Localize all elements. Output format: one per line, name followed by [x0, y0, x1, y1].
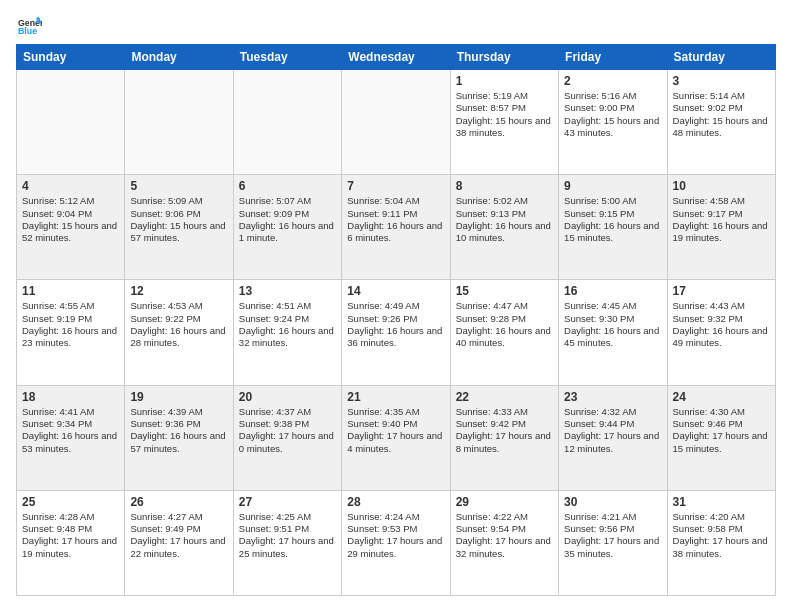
day-info: Sunrise: 4:39 AM Sunset: 9:36 PM Dayligh… [130, 406, 227, 455]
day-info: Sunrise: 5:16 AM Sunset: 9:00 PM Dayligh… [564, 90, 661, 139]
day-info: Sunrise: 5:09 AM Sunset: 9:06 PM Dayligh… [130, 195, 227, 244]
calendar-cell: 29Sunrise: 4:22 AM Sunset: 9:54 PM Dayli… [450, 490, 558, 595]
day-number: 1 [456, 74, 553, 88]
calendar-cell: 3Sunrise: 5:14 AM Sunset: 9:02 PM Daylig… [667, 70, 775, 175]
day-info: Sunrise: 4:32 AM Sunset: 9:44 PM Dayligh… [564, 406, 661, 455]
day-number: 6 [239, 179, 336, 193]
day-info: Sunrise: 4:33 AM Sunset: 9:42 PM Dayligh… [456, 406, 553, 455]
week-row-1: 1Sunrise: 5:19 AM Sunset: 8:57 PM Daylig… [17, 70, 776, 175]
calendar-cell: 19Sunrise: 4:39 AM Sunset: 9:36 PM Dayli… [125, 385, 233, 490]
calendar-cell [342, 70, 450, 175]
day-info: Sunrise: 4:25 AM Sunset: 9:51 PM Dayligh… [239, 511, 336, 560]
weekday-header-sunday: Sunday [17, 45, 125, 70]
day-number: 18 [22, 390, 119, 404]
day-info: Sunrise: 4:37 AM Sunset: 9:38 PM Dayligh… [239, 406, 336, 455]
day-number: 27 [239, 495, 336, 509]
calendar-cell: 11Sunrise: 4:55 AM Sunset: 9:19 PM Dayli… [17, 280, 125, 385]
svg-text:Blue: Blue [18, 26, 37, 36]
day-info: Sunrise: 4:41 AM Sunset: 9:34 PM Dayligh… [22, 406, 119, 455]
day-info: Sunrise: 4:51 AM Sunset: 9:24 PM Dayligh… [239, 300, 336, 349]
header: General Blue [16, 16, 776, 36]
day-info: Sunrise: 5:14 AM Sunset: 9:02 PM Dayligh… [673, 90, 770, 139]
calendar-cell: 15Sunrise: 4:47 AM Sunset: 9:28 PM Dayli… [450, 280, 558, 385]
calendar-cell: 17Sunrise: 4:43 AM Sunset: 9:32 PM Dayli… [667, 280, 775, 385]
calendar-cell: 26Sunrise: 4:27 AM Sunset: 9:49 PM Dayli… [125, 490, 233, 595]
calendar-cell: 25Sunrise: 4:28 AM Sunset: 9:48 PM Dayli… [17, 490, 125, 595]
day-number: 2 [564, 74, 661, 88]
calendar-cell: 7Sunrise: 5:04 AM Sunset: 9:11 PM Daylig… [342, 175, 450, 280]
day-info: Sunrise: 4:30 AM Sunset: 9:46 PM Dayligh… [673, 406, 770, 455]
calendar-cell [17, 70, 125, 175]
day-info: Sunrise: 4:35 AM Sunset: 9:40 PM Dayligh… [347, 406, 444, 455]
day-number: 11 [22, 284, 119, 298]
day-number: 29 [456, 495, 553, 509]
calendar-table: SundayMondayTuesdayWednesdayThursdayFrid… [16, 44, 776, 596]
weekday-header-friday: Friday [559, 45, 667, 70]
day-info: Sunrise: 4:21 AM Sunset: 9:56 PM Dayligh… [564, 511, 661, 560]
day-number: 25 [22, 495, 119, 509]
day-info: Sunrise: 4:24 AM Sunset: 9:53 PM Dayligh… [347, 511, 444, 560]
week-row-2: 4Sunrise: 5:12 AM Sunset: 9:04 PM Daylig… [17, 175, 776, 280]
day-info: Sunrise: 5:12 AM Sunset: 9:04 PM Dayligh… [22, 195, 119, 244]
calendar-cell: 8Sunrise: 5:02 AM Sunset: 9:13 PM Daylig… [450, 175, 558, 280]
day-number: 31 [673, 495, 770, 509]
calendar-cell: 12Sunrise: 4:53 AM Sunset: 9:22 PM Dayli… [125, 280, 233, 385]
day-number: 13 [239, 284, 336, 298]
day-info: Sunrise: 4:47 AM Sunset: 9:28 PM Dayligh… [456, 300, 553, 349]
week-row-5: 25Sunrise: 4:28 AM Sunset: 9:48 PM Dayli… [17, 490, 776, 595]
calendar-cell: 1Sunrise: 5:19 AM Sunset: 8:57 PM Daylig… [450, 70, 558, 175]
weekday-header-row: SundayMondayTuesdayWednesdayThursdayFrid… [17, 45, 776, 70]
day-number: 7 [347, 179, 444, 193]
day-number: 8 [456, 179, 553, 193]
day-number: 16 [564, 284, 661, 298]
calendar-cell: 30Sunrise: 4:21 AM Sunset: 9:56 PM Dayli… [559, 490, 667, 595]
logo-icon: General Blue [18, 16, 42, 36]
calendar-cell [233, 70, 341, 175]
weekday-header-monday: Monday [125, 45, 233, 70]
day-info: Sunrise: 4:53 AM Sunset: 9:22 PM Dayligh… [130, 300, 227, 349]
calendar-cell: 18Sunrise: 4:41 AM Sunset: 9:34 PM Dayli… [17, 385, 125, 490]
day-number: 23 [564, 390, 661, 404]
calendar-cell [125, 70, 233, 175]
page: General Blue SundayMondayTuesdayWednesda… [0, 0, 792, 612]
calendar-cell: 24Sunrise: 4:30 AM Sunset: 9:46 PM Dayli… [667, 385, 775, 490]
day-info: Sunrise: 4:27 AM Sunset: 9:49 PM Dayligh… [130, 511, 227, 560]
calendar-cell: 27Sunrise: 4:25 AM Sunset: 9:51 PM Dayli… [233, 490, 341, 595]
calendar-cell: 4Sunrise: 5:12 AM Sunset: 9:04 PM Daylig… [17, 175, 125, 280]
day-number: 22 [456, 390, 553, 404]
logo: General Blue [16, 16, 46, 36]
day-number: 14 [347, 284, 444, 298]
day-info: Sunrise: 4:28 AM Sunset: 9:48 PM Dayligh… [22, 511, 119, 560]
day-number: 3 [673, 74, 770, 88]
weekday-header-thursday: Thursday [450, 45, 558, 70]
weekday-header-tuesday: Tuesday [233, 45, 341, 70]
calendar-cell: 9Sunrise: 5:00 AM Sunset: 9:15 PM Daylig… [559, 175, 667, 280]
weekday-header-saturday: Saturday [667, 45, 775, 70]
day-info: Sunrise: 5:19 AM Sunset: 8:57 PM Dayligh… [456, 90, 553, 139]
weekday-header-wednesday: Wednesday [342, 45, 450, 70]
calendar-cell: 2Sunrise: 5:16 AM Sunset: 9:00 PM Daylig… [559, 70, 667, 175]
day-number: 20 [239, 390, 336, 404]
day-info: Sunrise: 4:22 AM Sunset: 9:54 PM Dayligh… [456, 511, 553, 560]
day-info: Sunrise: 5:00 AM Sunset: 9:15 PM Dayligh… [564, 195, 661, 244]
calendar-cell: 21Sunrise: 4:35 AM Sunset: 9:40 PM Dayli… [342, 385, 450, 490]
calendar-cell: 23Sunrise: 4:32 AM Sunset: 9:44 PM Dayli… [559, 385, 667, 490]
day-info: Sunrise: 5:02 AM Sunset: 9:13 PM Dayligh… [456, 195, 553, 244]
day-info: Sunrise: 4:45 AM Sunset: 9:30 PM Dayligh… [564, 300, 661, 349]
week-row-3: 11Sunrise: 4:55 AM Sunset: 9:19 PM Dayli… [17, 280, 776, 385]
day-info: Sunrise: 5:04 AM Sunset: 9:11 PM Dayligh… [347, 195, 444, 244]
day-number: 10 [673, 179, 770, 193]
day-number: 15 [456, 284, 553, 298]
day-info: Sunrise: 5:07 AM Sunset: 9:09 PM Dayligh… [239, 195, 336, 244]
day-number: 12 [130, 284, 227, 298]
day-info: Sunrise: 4:43 AM Sunset: 9:32 PM Dayligh… [673, 300, 770, 349]
day-number: 28 [347, 495, 444, 509]
day-number: 9 [564, 179, 661, 193]
week-row-4: 18Sunrise: 4:41 AM Sunset: 9:34 PM Dayli… [17, 385, 776, 490]
calendar-cell: 6Sunrise: 5:07 AM Sunset: 9:09 PM Daylig… [233, 175, 341, 280]
day-number: 26 [130, 495, 227, 509]
day-info: Sunrise: 4:20 AM Sunset: 9:58 PM Dayligh… [673, 511, 770, 560]
day-number: 19 [130, 390, 227, 404]
calendar-cell: 22Sunrise: 4:33 AM Sunset: 9:42 PM Dayli… [450, 385, 558, 490]
day-number: 4 [22, 179, 119, 193]
